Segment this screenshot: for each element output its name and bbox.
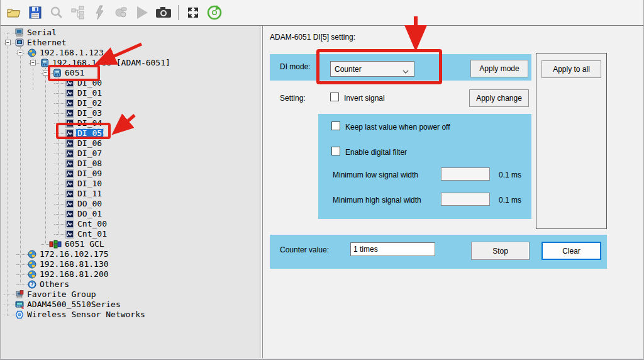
- toolbar: [1, 0, 644, 26]
- tree-expander-minus[interactable]: −: [43, 70, 48, 76]
- tree-item-favorite-group[interactable]: Favorite Group: [1, 290, 260, 300]
- tree-item-adam4500-5510series[interactable]: 5ADAM4500_5510Series: [1, 300, 260, 310]
- tree-item-di-03[interactable]: DI_03: [1, 108, 260, 118]
- tree-item-do-00[interactable]: DO_00: [1, 199, 260, 209]
- tree-view-icon[interactable]: [69, 3, 87, 22]
- tree-connector-stub: [54, 83, 65, 84]
- tree-item-di-00[interactable]: DI_00: [1, 78, 260, 88]
- tree-item-label: Favorite Group: [26, 290, 97, 299]
- tree-item-label: DI_10: [76, 179, 103, 188]
- lightning-icon[interactable]: [90, 3, 109, 22]
- tree-item-di-07[interactable]: DI_07: [1, 149, 260, 159]
- tree-item-serial[interactable]: Serial: [1, 28, 260, 38]
- tree-item-label: 172.16.102.175: [38, 250, 110, 259]
- tree-item-cnt-00[interactable]: Cnt_00: [1, 219, 260, 229]
- tree-expander-minus[interactable]: −: [18, 50, 23, 55]
- tree-connector-stub: [54, 113, 65, 114]
- module-icon: [40, 59, 49, 67]
- tree-item-di-04[interactable]: DI_04: [1, 118, 260, 128]
- tree-item-di-01[interactable]: DI_01: [1, 88, 260, 98]
- tree-item-cnt-01[interactable]: Cnt_01: [1, 229, 260, 239]
- tree-item-di-05[interactable]: DI_05: [1, 128, 260, 138]
- keep-last-value-label: Keep last value when power off: [345, 123, 450, 132]
- tree-item-label: ADAM4500_5510Series: [26, 300, 122, 309]
- counter-value-input[interactable]: [350, 242, 435, 256]
- ethernet-icon: [15, 38, 24, 47]
- tree-connector-stub: [54, 184, 65, 184]
- channel-icon: [65, 79, 74, 87]
- tree-item-di-06[interactable]: DI_06: [1, 138, 260, 149]
- tree-item-192-168-1-88-adam-6051[interactable]: −192.168.1.88-[ADAM-6051]: [1, 58, 260, 68]
- open-folder-icon[interactable]: [4, 3, 23, 22]
- device-tree: Serial−Ethernet−192.168.1.123−192.168.1.…: [1, 26, 260, 358]
- tree-connector-stub: [16, 264, 28, 265]
- channel-icon: [65, 169, 74, 178]
- channel-icon: [65, 189, 74, 198]
- globe-icon: [28, 260, 36, 269]
- globe-icon: [28, 270, 36, 279]
- tree-item-do-01[interactable]: DO_01: [1, 209, 260, 219]
- tree-connector-stub: [54, 234, 65, 235]
- camera-icon[interactable]: [154, 3, 173, 22]
- tree-item-label: DI_09: [76, 169, 103, 178]
- tree-item-label: Wireless Sensor Networks: [26, 310, 147, 319]
- apply-mode-button[interactable]: Apply mode: [470, 60, 528, 77]
- tree-item-di-09[interactable]: DI_09: [1, 169, 260, 179]
- channel-icon: [65, 200, 74, 208]
- min-high-width-label: Minimum high signal width: [333, 196, 421, 205]
- search-icon[interactable]: [47, 3, 66, 22]
- di-mode-dropdown-value: Counter: [335, 65, 362, 74]
- stop-button[interactable]: Stop: [471, 242, 530, 260]
- tree-item-6051-gcl[interactable]: 6051 GCL: [1, 239, 260, 249]
- channel-icon: [65, 119, 74, 128]
- clear-button[interactable]: Clear: [541, 242, 601, 260]
- tree-item-192-168-81-200[interactable]: 192.168.81.200: [1, 269, 260, 279]
- counter-value-label: Counter value:: [280, 245, 329, 254]
- di-mode-dropdown[interactable]: Counter: [330, 61, 414, 77]
- tree-item-172-16-102-175[interactable]: 172.16.102.175: [1, 249, 260, 259]
- channel-icon: [65, 220, 74, 228]
- invert-signal-checkbox[interactable]: [330, 93, 339, 101]
- tree-item-192-168-1-123[interactable]: −192.168.1.123: [1, 48, 260, 58]
- tree-item-label: DI_08: [76, 159, 103, 168]
- play-icon[interactable]: [133, 3, 152, 22]
- tree-item-label: DI_00: [76, 79, 103, 87]
- tree-item-label: DI_11: [76, 189, 103, 198]
- apply-to-all-box: [536, 53, 607, 229]
- tree-item-wireless-sensor-networks[interactable]: Wireless Sensor Networks: [1, 310, 260, 320]
- tree-expander-minus[interactable]: −: [5, 40, 11, 45]
- tree-item-others[interactable]: ?Others: [1, 279, 260, 290]
- tree-connector-stub: [54, 224, 65, 225]
- tree-item-label: DI_05: [76, 129, 103, 138]
- tree-connector-stub: [4, 33, 15, 33]
- min-low-width-label: Minimum low signal width: [333, 171, 418, 179]
- channel-icon: [65, 109, 74, 118]
- tree-connector-stub: [54, 204, 65, 205]
- tree-item-ethernet[interactable]: −Ethernet: [1, 38, 260, 48]
- tree-item-6051[interactable]: −6051: [1, 68, 260, 78]
- tree-item-label: DI_06: [76, 139, 103, 148]
- apply-to-all-button[interactable]: Apply to all: [541, 60, 601, 78]
- apply-change-button[interactable]: Apply change: [469, 89, 529, 107]
- channel-icon: [65, 89, 74, 98]
- computer-icon: [15, 28, 24, 37]
- tree-item-label: Cnt_00: [76, 220, 108, 228]
- min-high-width-input[interactable]: [441, 193, 490, 206]
- fullscreen-icon[interactable]: [184, 3, 203, 22]
- chevron-down-icon: [402, 67, 409, 76]
- tree-item-di-02[interactable]: DI_02: [1, 98, 260, 108]
- refresh-icon[interactable]: [205, 3, 224, 22]
- tree-connector-stub: [16, 274, 28, 275]
- tree-item-di-08[interactable]: DI_08: [1, 159, 260, 169]
- keep-last-value-checkbox[interactable]: [331, 121, 340, 130]
- favorite-icon: [15, 290, 24, 299]
- tree-item-di-10[interactable]: DI_10: [1, 179, 260, 189]
- min-low-width-input[interactable]: [441, 167, 490, 181]
- tree-item-di-11[interactable]: DI_11: [1, 189, 260, 199]
- tools-icon[interactable]: [111, 3, 130, 22]
- save-icon[interactable]: [26, 3, 45, 22]
- tree-item-label: 6051 GCL: [64, 240, 106, 249]
- tree-item-192-168-81-130[interactable]: 192.168.81.130: [1, 259, 260, 269]
- enable-digital-filter-checkbox[interactable]: [331, 147, 340, 155]
- tree-expander-minus[interactable]: −: [30, 60, 36, 65]
